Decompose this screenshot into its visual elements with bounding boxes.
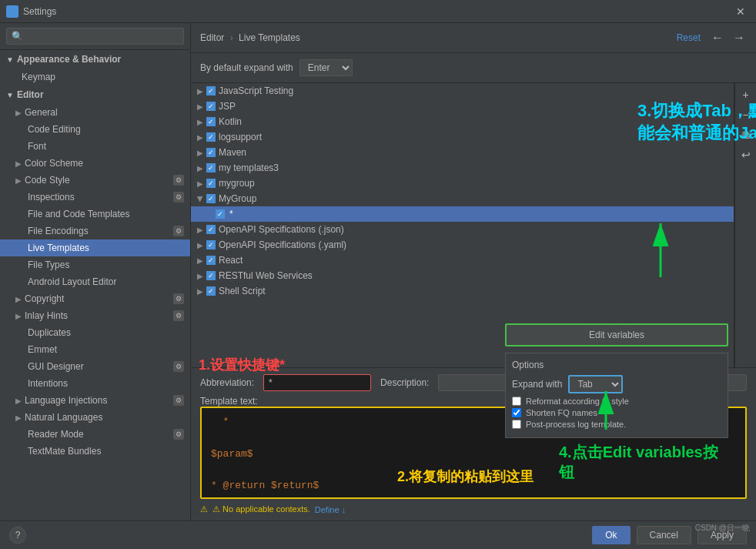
group-arrow: ▶: [197, 256, 203, 265]
expand-with-label: By default expand with: [200, 62, 293, 73]
sidebar-item-android-layout-editor[interactable]: Android Layout Editor: [0, 273, 190, 290]
group-label: Kotlin: [219, 116, 242, 127]
group-checkbox[interactable]: ✓: [206, 163, 216, 172]
ok-button[interactable]: Ok: [592, 526, 630, 544]
group-mygroup2[interactable]: ▶ ✓ MyGroup ✓ *: [191, 191, 734, 222]
sidebar-item-appearance[interactable]: ▼ Appearance & Behavior: [0, 50, 190, 69]
sidebar-item-file-types[interactable]: File Types: [0, 256, 190, 273]
group-label: logsupport: [219, 132, 262, 142]
annotation-3: 3.切换成Tab，默认是Enter,Enter可能会和普通的Javadoc注释冲…: [637, 100, 756, 144]
dialog-footer: ? Ok Cancel Apply: [0, 521, 756, 549]
group-checkbox[interactable]: ✓: [206, 86, 216, 95]
arrow-up-2: [594, 387, 617, 436]
sidebar-item-label: Android Layout Editor: [28, 276, 184, 287]
group-checkbox[interactable]: ✓: [206, 102, 216, 111]
sidebar-item-textmate[interactable]: TextMate Bundles: [0, 443, 190, 460]
help-button[interactable]: ?: [9, 527, 26, 544]
edit-variables-button[interactable]: Edit variables: [505, 323, 728, 346]
sidebar-item-keymap[interactable]: Keymap: [0, 69, 190, 85]
post-process-checkbox[interactable]: [512, 420, 521, 429]
sidebar-item-inlay-hints[interactable]: ▶ Inlay Hints ⚙: [0, 307, 190, 324]
group-checkbox[interactable]: ✓: [206, 179, 216, 188]
group-js-testing[interactable]: ▶ ✓ JavaScript Testing: [191, 83, 734, 99]
group-checkbox[interactable]: ✓: [206, 286, 216, 296]
group-checkbox[interactable]: ✓: [206, 132, 216, 142]
cancel-button[interactable]: Cancel: [637, 526, 691, 544]
modified-badge: ⚙: [173, 226, 184, 236]
sidebar-item-label: TextMate Bundles: [28, 446, 184, 457]
group-checkbox[interactable]: ✓: [206, 240, 216, 249]
group-header-js-testing[interactable]: ▶ ✓ JavaScript Testing: [191, 83, 734, 99]
group-header-mygroup[interactable]: ▶ ✓ mygroup: [191, 176, 734, 191]
sidebar-item-copyright[interactable]: ▶ Copyright ⚙: [0, 290, 190, 307]
back-button[interactable]: ←: [710, 29, 725, 46]
sidebar-item-inspections[interactable]: Inspections ⚙: [0, 189, 190, 206]
sidebar-item-emmet[interactable]: Emmet: [0, 341, 190, 358]
modified-badge: ⚙: [173, 192, 184, 203]
options-title: Options: [512, 360, 721, 370]
group-header-mytemplates3[interactable]: ▶ ✓ my templates3: [191, 160, 734, 176]
group-checkbox[interactable]: ✓: [206, 271, 216, 280]
sidebar-item-color-scheme[interactable]: ▶ Color Scheme: [0, 155, 190, 172]
sidebar-item-live-templates[interactable]: Live Templates: [0, 239, 190, 256]
breadcrumb: Editor › Live Templates: [200, 32, 674, 43]
group-mygroup[interactable]: ▶ ✓ mygroup: [191, 176, 734, 191]
reset-button[interactable]: Reset: [674, 31, 704, 45]
dialog-body: ▼ Appearance & Behavior Keymap ▼ Editor …: [0, 23, 756, 521]
sidebar-item-code-editing[interactable]: Code Editing: [0, 121, 190, 138]
sidebar-item-intentions[interactable]: Intentions: [0, 375, 190, 392]
close-button[interactable]: ✕: [731, 4, 750, 19]
group-checkbox[interactable]: ✓: [206, 256, 216, 265]
sidebar-item-label: File Encodings: [28, 226, 170, 236]
revert-button[interactable]: ↩: [738, 146, 754, 163]
sidebar-item-file-encodings[interactable]: File Encodings ⚙: [0, 223, 190, 239]
sidebar-item-general[interactable]: ▶ General: [0, 104, 190, 121]
sidebar-item-label: General: [25, 107, 184, 118]
sidebar-item-gui-designer[interactable]: GUI Designer ⚙: [0, 358, 190, 375]
group-header-maven[interactable]: ▶ ✓ Maven: [191, 145, 734, 160]
modified-badge: ⚙: [173, 293, 184, 304]
expand-arrow: ▶: [15, 397, 22, 405]
sidebar-item-natural-languages[interactable]: ▶ Natural Languages: [0, 409, 190, 426]
sidebar-item-label: Appearance & Behavior: [17, 54, 121, 65]
expand-with-select[interactable]: Enter Tab Space: [299, 59, 353, 76]
breadcrumb-separator: ›: [230, 32, 233, 43]
abbreviation-input[interactable]: [263, 374, 371, 391]
group-checkbox[interactable]: ✓: [206, 148, 216, 157]
sidebar-item-code-style[interactable]: ▶ Code Style ⚙: [0, 172, 190, 189]
sidebar-item-editor[interactable]: ▼ Editor: [0, 85, 190, 104]
item-checkbox[interactable]: ✓: [216, 209, 225, 219]
group-header-shell[interactable]: ▶ ✓ Shell Script: [191, 283, 734, 299]
group-maven[interactable]: ▶ ✓ Maven: [191, 145, 734, 160]
group-checkbox[interactable]: ✓: [206, 117, 216, 126]
expand-arrow: ▼: [6, 55, 14, 64]
sidebar-item-label: Copyright: [25, 293, 170, 304]
sidebar-item-file-code-templates[interactable]: File and Code Templates: [0, 206, 190, 223]
group-shell[interactable]: ▶ ✓ Shell Script: [191, 283, 734, 299]
group-mytemplates3[interactable]: ▶ ✓ my templates3: [191, 160, 734, 176]
group-header-mygroup2[interactable]: ▶ ✓ MyGroup: [191, 191, 734, 206]
breadcrumb-part1: Editor: [200, 32, 224, 43]
shorten-fq-checkbox[interactable]: [512, 408, 521, 417]
group-label: Shell Script: [219, 286, 266, 296]
sidebar-item-label: Language Injections: [25, 395, 170, 406]
sidebar-item-language-injections[interactable]: ▶ Language Injections ⚙: [0, 392, 190, 409]
group-arrow: ▶: [197, 118, 203, 126]
group-label: OpenAPI Specifications (.yaml): [219, 239, 346, 250]
sidebar-item-label: GUI Designer: [28, 361, 170, 372]
sidebar-item-font[interactable]: Font: [0, 138, 190, 155]
group-arrow: ▶: [197, 179, 203, 188]
reformat-checkbox[interactable]: [512, 397, 521, 406]
forward-button[interactable]: →: [731, 29, 747, 46]
modified-badge: ⚙: [173, 361, 184, 372]
sidebar-item-duplicates[interactable]: Duplicates: [0, 324, 190, 341]
search-input[interactable]: [6, 28, 184, 45]
group-checkbox[interactable]: ✓: [206, 194, 216, 203]
sidebar-item-reader-mode[interactable]: Reader Mode ⚙: [0, 426, 190, 443]
sidebar-item-label: File Types: [28, 259, 184, 270]
group-checkbox[interactable]: ✓: [206, 225, 216, 234]
define-link[interactable]: Define ↓: [315, 505, 346, 514]
sidebar-item-label: Editor: [17, 89, 44, 100]
group-label: RESTful Web Services: [219, 270, 313, 281]
sidebar-item-label: Intentions: [28, 378, 184, 389]
